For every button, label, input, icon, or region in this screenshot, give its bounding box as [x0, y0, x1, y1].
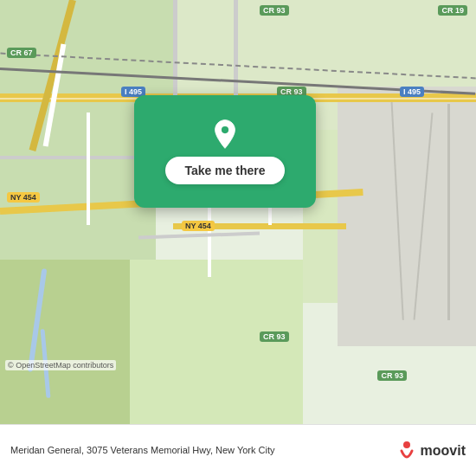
map-container[interactable]: CR 93 CR 19 CR 67 I 495 CR 93 I 495 NY 4…	[0, 0, 476, 424]
popup-overlay: Take me there	[134, 95, 316, 208]
location-pin-icon	[209, 119, 241, 150]
ny454-mid-label: NY 454	[182, 221, 215, 231]
cr93-far-label: CR 93	[377, 370, 407, 381]
bottom-bar: Meridan General, 3075 Veterans Memorial …	[0, 424, 476, 476]
cr19-label: CR 19	[438, 5, 467, 16]
moovit-text: moovit	[421, 443, 466, 459]
moovit-brand-icon	[395, 439, 419, 463]
i495-right-label: I 495	[400, 87, 424, 97]
svg-point-0	[222, 126, 228, 133]
take-me-there-button[interactable]: Take me there	[165, 157, 284, 184]
cr67-label: CR 67	[7, 48, 36, 58]
cr93-top-label: CR 93	[260, 5, 289, 16]
address-text: Meridan General, 3075 Veterans Memorial …	[10, 444, 395, 457]
ny454-left-label: NY 454	[7, 192, 40, 203]
svg-point-1	[403, 441, 410, 448]
map-attribution: © OpenStreetMap contributors	[5, 360, 116, 370]
cr93-bot-label: CR 93	[260, 331, 289, 342]
moovit-logo: moovit	[395, 439, 466, 463]
popup-box: Take me there	[134, 95, 316, 208]
